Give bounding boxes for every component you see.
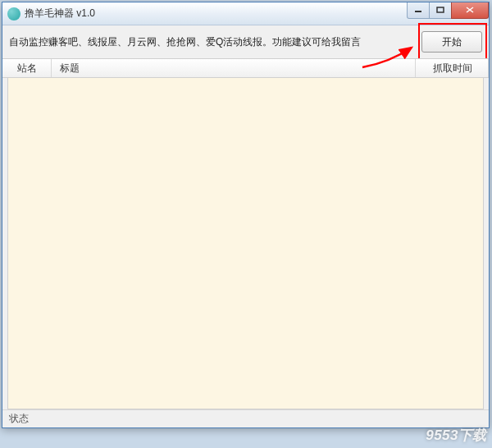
titlebar[interactable]: 撸羊毛神器 v1.0 (2, 2, 489, 25)
window-controls (408, 2, 489, 19)
maximize-button[interactable] (429, 2, 452, 19)
status-text: 状态 (9, 412, 29, 426)
window-title: 撸羊毛神器 v1.0 (25, 7, 408, 21)
start-button-container: 开始 (421, 31, 482, 53)
close-button[interactable] (451, 2, 489, 19)
toolbar: 自动监控赚客吧、线报屋、月云网、抢抢网、爱Q活动线报。功能建议可给我留言 开始 (2, 25, 489, 58)
maximize-icon (436, 7, 444, 13)
column-time[interactable]: 抓取时间 (415, 59, 489, 77)
minimize-button[interactable] (407, 2, 430, 19)
watermark: 9553下载 (426, 426, 487, 445)
table-body[interactable] (7, 78, 484, 409)
app-window: 撸羊毛神器 v1.0 自动监控赚客吧、线报屋、月云网、抢抢网、爱Q活动线报。功能… (2, 2, 490, 428)
table-header: 站名 标题 抓取时间 (2, 58, 489, 78)
minimize-icon (414, 7, 422, 13)
svg-rect-1 (437, 7, 444, 12)
toolbar-description: 自动监控赚客吧、线报屋、月云网、抢抢网、爱Q活动线报。功能建议可给我留言 (9, 35, 421, 49)
column-site[interactable]: 站名 (2, 59, 52, 77)
statusbar: 状态 (2, 409, 489, 427)
start-button[interactable]: 开始 (421, 31, 482, 53)
app-icon (7, 7, 20, 21)
close-icon (466, 7, 474, 13)
